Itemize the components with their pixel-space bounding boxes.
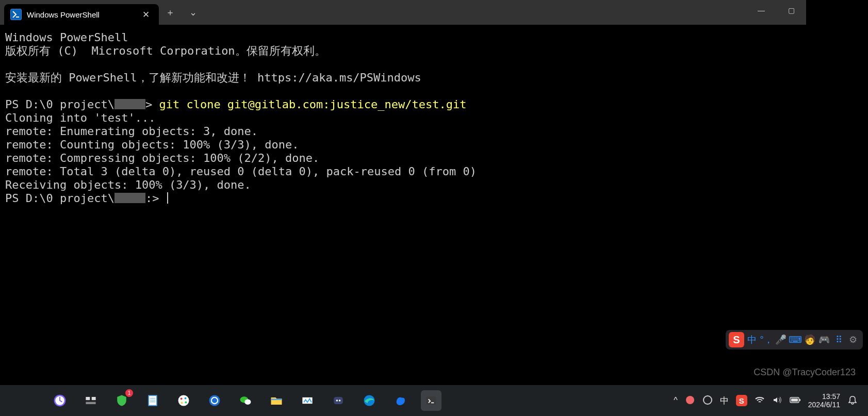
tray-battery-icon[interactable]: [790, 396, 801, 405]
svg-point-19: [339, 400, 341, 402]
term-line: Windows PowerShell: [5, 31, 128, 44]
cursor: [167, 192, 168, 204]
term-line: remote: Total 3 (delta 0), reused 0 (del…: [5, 165, 477, 178]
taskbar-app-terminal[interactable]: [421, 390, 441, 411]
ime-settings-button[interactable]: ⚙: [846, 333, 860, 346]
ime-mic-button[interactable]: 🎤: [774, 333, 788, 346]
ime-grid-button[interactable]: ⠿: [832, 333, 845, 346]
redacted-segment: [114, 99, 145, 109]
maximize-button[interactable]: ▢: [776, 0, 806, 21]
prompt-path: PS D:\0 project\: [5, 98, 114, 111]
svg-rect-2: [86, 397, 90, 400]
ime-game-button[interactable]: 🎮: [817, 333, 831, 346]
tab-strip: Windows PowerShell ✕: [0, 0, 159, 25]
term-line: remote: Counting objects: 100% (3/3), do…: [5, 138, 299, 151]
redacted-segment: [114, 193, 145, 203]
svg-point-22: [686, 396, 694, 404]
tray-notifications-icon[interactable]: [847, 395, 858, 407]
command-text: git clone git@gitlab.com:justice_new/tes…: [159, 98, 466, 111]
svg-rect-17: [334, 397, 343, 404]
taskbar[interactable]: 1 ^: [0, 385, 868, 416]
taskbar-app-paint[interactable]: [173, 390, 194, 411]
svg-rect-21: [426, 396, 436, 405]
tab-powershell[interactable]: Windows PowerShell ✕: [4, 4, 159, 25]
title-bar[interactable]: Windows PowerShell ✕ ＋ ⌄ — ▢: [0, 0, 806, 25]
ime-keyboard-button[interactable]: ⌨: [789, 333, 802, 346]
tray-ime-indicator[interactable]: 中: [720, 395, 729, 407]
taskbar-apps: 1: [50, 390, 441, 411]
tray-wifi-icon[interactable]: [755, 395, 765, 407]
svg-rect-4: [86, 402, 95, 404]
minimize-button[interactable]: —: [746, 0, 776, 21]
new-tab-button[interactable]: ＋: [159, 2, 182, 23]
svg-point-14: [244, 399, 251, 405]
taskbar-app-snip[interactable]: [297, 390, 318, 411]
term-line: remote: Enumerating objects: 3, done.: [5, 125, 258, 138]
svg-point-8: [185, 397, 187, 400]
tab-actions: ＋ ⌄: [159, 0, 204, 25]
ime-person-button[interactable]: 🧑: [803, 333, 816, 346]
tray-time: 13:57: [808, 392, 840, 401]
svg-point-11: [209, 395, 220, 406]
svg-point-7: [181, 398, 183, 400]
taskbar-app-notepad[interactable]: [142, 390, 163, 411]
tray-overflow-button[interactable]: ^: [674, 396, 678, 405]
term-line: Receiving objects: 100% (3/3), done.: [5, 178, 251, 191]
taskbar-taskview[interactable]: [80, 390, 101, 411]
ime-lang-button[interactable]: 中: [745, 333, 759, 346]
tray-volume-icon[interactable]: [772, 395, 782, 407]
svg-rect-3: [92, 397, 96, 400]
badge: 1: [125, 389, 133, 397]
svg-rect-26: [791, 398, 798, 402]
svg-point-6: [178, 395, 189, 406]
term-line: 安装最新的 PowerShell，了解新功能和改进！ https://aka.m…: [5, 71, 421, 84]
prompt-arrow: :>: [145, 192, 166, 205]
ime-toolbar[interactable]: S 中 °， 🎤 ⌨ 🧑 🎮 ⠿ ⚙: [726, 330, 863, 350]
taskbar-app-discord[interactable]: [328, 390, 349, 411]
taskbar-app-copilot[interactable]: [390, 390, 411, 411]
powershell-icon: [10, 9, 22, 20]
prompt-path: PS D:\0 project\: [5, 192, 114, 205]
prompt-arrow: >: [145, 98, 159, 111]
tab-dropdown-button[interactable]: ⌄: [182, 2, 204, 23]
svg-point-18: [336, 400, 338, 402]
term-line: Cloning into 'test'...: [5, 111, 155, 124]
taskbar-clock-widget[interactable]: [50, 390, 70, 411]
ime-punct-button[interactable]: °，: [760, 333, 773, 346]
watermark-text: CSDN @TracyCoder123: [754, 367, 856, 378]
taskbar-app-explorer[interactable]: [266, 390, 287, 411]
term-line: remote: Compressing objects: 100% (2/2),…: [5, 152, 319, 164]
tray-sogou-icon[interactable]: S: [736, 395, 747, 406]
tray-security-icon[interactable]: [685, 395, 695, 407]
taskbar-app-wechat[interactable]: [235, 390, 256, 411]
term-line: 版权所有 (C) Microsoft Corporation。保留所有权利。: [5, 44, 326, 57]
terminal-output[interactable]: Windows PowerShell 版权所有 (C) Microsoft Co…: [0, 25, 806, 355]
svg-rect-5: [149, 395, 157, 405]
taskbar-app-firewall[interactable]: 1: [111, 390, 132, 411]
terminal-window: Windows PowerShell ✕ ＋ ⌄ — ▢ Windows Pow…: [0, 0, 806, 355]
svg-point-10: [181, 402, 183, 404]
svg-rect-15: [271, 399, 282, 401]
taskbar-app-cortana[interactable]: [204, 390, 225, 411]
svg-point-23: [703, 396, 712, 404]
tray-date: 2024/6/11: [808, 401, 840, 409]
tab-title: Windows PowerShell: [27, 10, 100, 19]
tab-close-button[interactable]: ✕: [140, 9, 152, 20]
tray-cloud-icon[interactable]: [702, 395, 713, 407]
svg-rect-25: [799, 399, 800, 401]
system-tray: ^ 中 S 13:57 2024/6/11: [674, 392, 868, 409]
sogou-icon[interactable]: S: [729, 332, 744, 347]
taskbar-app-edge[interactable]: [359, 390, 380, 411]
window-controls: — ▢: [746, 0, 806, 25]
tray-clock[interactable]: 13:57 2024/6/11: [808, 392, 840, 409]
svg-point-9: [185, 402, 187, 404]
